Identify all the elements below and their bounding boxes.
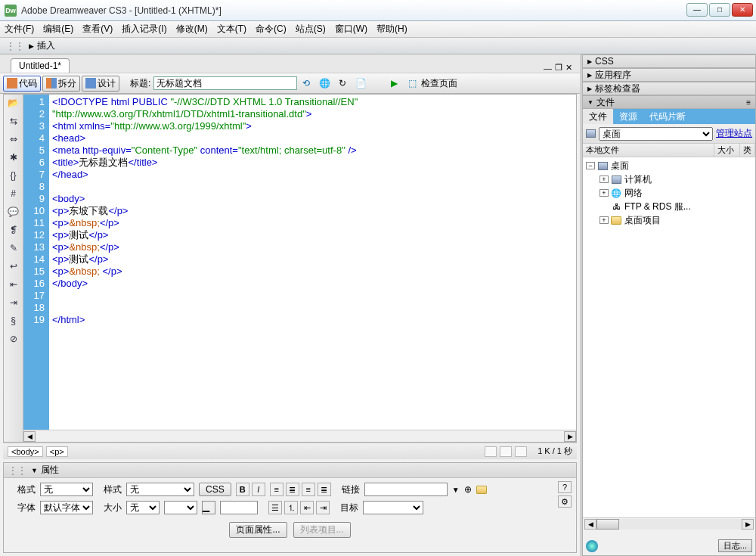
tree-row[interactable]: +计算机 xyxy=(584,172,754,186)
document-tab[interactable]: Untitled-1* xyxy=(11,58,70,73)
insert-bar[interactable]: ⋮⋮ ▶ 插入 xyxy=(0,38,756,54)
target-select[interactable] xyxy=(363,501,423,514)
menu-item[interactable]: 文本(T) xyxy=(217,23,246,36)
align-left-button[interactable]: ≡ xyxy=(270,483,284,496)
menu-item[interactable]: 窗口(W) xyxy=(335,23,367,36)
size-unit-select[interactable] xyxy=(164,501,197,514)
refresh-icon[interactable]: ↻ xyxy=(336,76,349,90)
vt-highlight-icon[interactable]: 💬 xyxy=(7,205,20,219)
tree-toggle-icon[interactable]: + xyxy=(600,189,609,197)
col-local-files[interactable]: 本地文件 xyxy=(583,144,714,157)
menu-item[interactable]: 文件(F) xyxy=(5,23,34,36)
site-selector[interactable]: 桌面 xyxy=(599,127,713,141)
app-panel-header[interactable]: ▶应用程序 xyxy=(582,68,756,82)
menu-item[interactable]: 编辑(E) xyxy=(43,23,73,36)
vt-indent-left-icon[interactable]: ⇤ xyxy=(7,278,20,291)
page-title-input[interactable] xyxy=(153,76,297,90)
browse-folder-icon[interactable] xyxy=(476,486,487,494)
vt-syntax-icon[interactable]: ❡ xyxy=(7,223,20,237)
files-tab[interactable]: 资源 xyxy=(613,109,643,124)
collapse-icon[interactable]: ▼ xyxy=(31,467,38,474)
files-panel-header[interactable]: ▼文件 ≡ xyxy=(582,95,756,109)
col-size[interactable]: 大小 xyxy=(714,144,740,157)
hand-tool-icon[interactable] xyxy=(500,446,512,457)
scroll-track[interactable] xyxy=(36,431,564,442)
col-type[interactable]: 类 xyxy=(740,144,755,157)
menu-item[interactable]: 帮助(H) xyxy=(376,23,407,36)
collapse-icon[interactable]: ▶ xyxy=(29,42,34,50)
doc-minimize-button[interactable]: — xyxy=(544,64,552,73)
maximize-button[interactable]: □ xyxy=(709,3,730,17)
tag-selector-p[interactable]: <p> xyxy=(46,446,68,457)
close-button[interactable]: ✕ xyxy=(732,3,753,17)
tag-inspector-panel-header[interactable]: ▶标签检查器 xyxy=(582,82,756,95)
doc-restore-button[interactable]: ❐ xyxy=(555,63,562,73)
size-select[interactable]: 无 xyxy=(126,501,160,514)
tree-row[interactable]: −桌面 xyxy=(584,159,754,172)
bold-button[interactable]: B xyxy=(236,483,249,496)
vt-comment-icon[interactable]: ⊘ xyxy=(7,332,20,346)
menu-item[interactable]: 插入记录(I) xyxy=(122,23,166,36)
align-right-button[interactable]: ≡ xyxy=(302,483,315,496)
vt-expand-icon[interactable]: ⇔ xyxy=(7,132,20,146)
scroll-left-button[interactable]: ◀ xyxy=(584,519,596,530)
vt-word-wrap-icon[interactable]: ↩ xyxy=(7,259,20,273)
link-dropdown-icon[interactable]: ▼ xyxy=(452,486,460,494)
files-horizontal-scrollbar[interactable]: ◀ ▶ xyxy=(583,518,755,530)
vt-balance-icon[interactable]: {} xyxy=(7,169,20,182)
text-color-input[interactable] xyxy=(220,501,258,514)
vt-collapse-icon[interactable]: ⇆ xyxy=(7,114,20,128)
tree-row[interactable]: +桌面项目 xyxy=(584,213,754,227)
manage-sites-link[interactable]: 管理站点 xyxy=(716,127,752,140)
link-input[interactable] xyxy=(364,483,448,496)
tree-row[interactable]: 🖧FTP & RDS 服... xyxy=(584,200,754,213)
tree-toggle-icon[interactable]: + xyxy=(600,216,609,224)
browser-preview-icon[interactable]: 🌐 xyxy=(318,76,331,90)
files-tab[interactable]: 文件 xyxy=(583,109,613,124)
vt-indent-right-icon[interactable]: ⇥ xyxy=(7,296,20,309)
files-tab[interactable]: 代码片断 xyxy=(643,109,692,124)
select-tool-icon[interactable] xyxy=(485,446,497,457)
ordered-list-button[interactable]: ⒈ xyxy=(284,501,298,514)
page-properties-button[interactable]: 页面属性... xyxy=(229,522,287,538)
style-select[interactable]: 无 xyxy=(126,483,194,496)
code-view-button[interactable]: 代码 xyxy=(3,76,41,92)
scroll-left-button[interactable]: ◀ xyxy=(23,431,36,442)
scroll-right-button[interactable]: ▶ xyxy=(742,519,754,530)
minimize-button[interactable]: — xyxy=(686,3,708,17)
toolbar-icon-1[interactable]: ⟲ xyxy=(299,76,313,90)
vt-auto-indent-icon[interactable]: ✎ xyxy=(7,241,20,255)
menu-item[interactable]: 命令(C) xyxy=(256,23,287,36)
css-panel-header[interactable]: ▶CSS xyxy=(582,54,756,68)
menu-item[interactable]: 查看(V) xyxy=(82,23,113,36)
tree-toggle-icon[interactable]: − xyxy=(586,162,595,169)
tag-selector-body[interactable]: <body> xyxy=(8,446,43,457)
scroll-right-button[interactable]: ▶ xyxy=(564,431,576,442)
doc-close-button[interactable]: ✕ xyxy=(565,63,572,73)
check-page-label[interactable]: 检查页面 xyxy=(421,77,457,90)
validate-icon[interactable]: ▶ xyxy=(387,76,401,90)
align-justify-button[interactable]: ≣ xyxy=(318,483,331,496)
unordered-list-button[interactable]: ☰ xyxy=(268,501,282,514)
vt-select-parent-icon[interactable]: ✱ xyxy=(7,151,20,164)
vt-line-num-icon[interactable]: # xyxy=(7,187,20,200)
panel-menu-icon[interactable]: ≡ xyxy=(746,98,751,107)
font-select[interactable]: 默认字体 xyxy=(40,501,93,514)
log-button[interactable]: 日志... xyxy=(718,539,752,552)
properties-header[interactable]: ⋮⋮ ▼ 属性 xyxy=(4,463,576,478)
indent-button[interactable]: ⇥ xyxy=(316,501,330,514)
align-center-button[interactable]: ≣ xyxy=(286,483,299,496)
menu-item[interactable]: 修改(M) xyxy=(176,23,208,36)
list-item-button[interactable]: 列表项目... xyxy=(293,522,351,538)
files-tree[interactable]: −桌面+计算机+🌐网络🖧FTP & RDS 服...+桌面项目 xyxy=(583,157,755,517)
tree-row[interactable]: +🌐网络 xyxy=(584,186,754,200)
text-color-button[interactable]: ▁ xyxy=(202,501,215,514)
point-to-file-icon[interactable]: ⊕ xyxy=(464,484,472,495)
help-icon[interactable]: ? xyxy=(558,481,572,493)
code-editor[interactable]: <!DOCTYPE html PUBLIC "-//W3C//DTD XHTML… xyxy=(49,95,576,430)
vt-format-icon[interactable]: § xyxy=(7,314,20,328)
check-page-icon[interactable]: ⬚ xyxy=(405,76,419,90)
split-view-button[interactable]: 拆分 xyxy=(42,76,80,92)
file-mgmt-icon[interactable]: 📄 xyxy=(354,76,367,90)
css-button[interactable]: CSS xyxy=(199,483,231,496)
